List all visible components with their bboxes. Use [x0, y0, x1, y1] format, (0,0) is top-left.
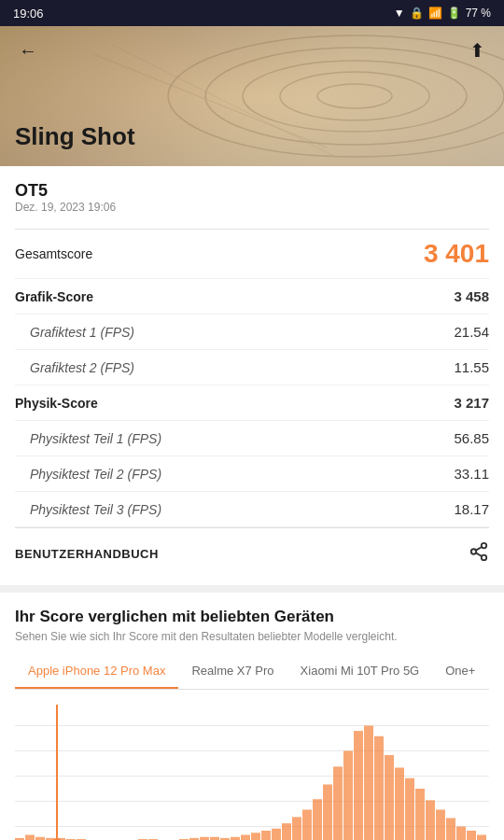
comparison-section: Ihr Score verglichen mit beliebten Gerät…	[0, 593, 504, 840]
grafiktest2-value: 11.55	[454, 359, 489, 375]
grafiktest1-value: 21.54	[454, 324, 489, 340]
physiktest2-value: 33.11	[454, 466, 489, 482]
battery-icon: 🔋	[447, 7, 461, 20]
physiktest1-row: Physiktest Teil 1 (FPS) 56.85	[15, 421, 489, 456]
svg-rect-58	[426, 800, 435, 840]
hero-nav: ← ⬆	[0, 35, 504, 65]
manual-label[interactable]: BENUTZERHANDBUCH	[15, 547, 159, 561]
grafik-score-row: Grafik-Score 3 458	[15, 279, 489, 315]
svg-rect-62	[467, 831, 476, 840]
physik-score-value: 3 217	[454, 395, 489, 411]
result-title: OT5	[15, 181, 489, 201]
tab-realmex7pro[interactable]: Realme X7 Pro	[178, 656, 287, 689]
hero-title: Sling Shot	[0, 122, 504, 166]
svg-rect-60	[446, 819, 455, 841]
svg-rect-56	[405, 778, 414, 840]
svg-rect-51	[354, 731, 363, 840]
physik-score-row: Physik-Score 3 217	[15, 385, 489, 421]
tab-xiaomi10t[interactable]: Xiaomi Mi 10T Pro 5G	[287, 656, 433, 689]
comparison-title: Ihr Score verglichen mit beliebten Gerät…	[15, 608, 489, 626]
main-card: OT5 Dez. 19, 2023 19:06 Gesamtscore 3 40…	[0, 166, 504, 585]
chart-svg: 3 000 4 000 5 000 6 000 7 000	[15, 705, 489, 840]
svg-line-11	[476, 547, 482, 551]
svg-rect-53	[374, 736, 384, 840]
physiktest3-label: Physiktest Teil 3 (FPS)	[30, 502, 161, 517]
physiktest1-value: 56.85	[454, 430, 489, 446]
grafiktest2-label: Grafiktest 2 (FPS)	[30, 360, 134, 375]
svg-rect-54	[385, 755, 394, 840]
svg-rect-46	[302, 810, 312, 841]
svg-rect-49	[333, 766, 343, 840]
result-date: Dez. 19, 2023 19:06	[15, 201, 489, 214]
histogram-chart: 3 000 4 000 5 000 6 000 7 000	[15, 705, 489, 840]
physiktest1-label: Physiktest Teil 1 (FPS)	[30, 431, 161, 446]
physiktest3-row: Physiktest Teil 3 (FPS) 18.17	[15, 492, 489, 527]
svg-rect-50	[343, 751, 353, 841]
svg-rect-42	[261, 831, 271, 840]
physik-score-label: Physik-Score	[15, 396, 98, 411]
hero-section: ← ⬆ Sling Shot	[0, 26, 504, 166]
back-icon: ←	[19, 40, 37, 61]
svg-rect-47	[313, 799, 322, 840]
svg-rect-43	[272, 829, 281, 840]
svg-rect-57	[415, 789, 425, 840]
signal-icon: ▼	[394, 7, 405, 20]
status-time: 19:06	[13, 7, 44, 21]
svg-point-3	[280, 72, 429, 120]
svg-rect-19	[25, 835, 35, 841]
share-icon[interactable]	[469, 541, 489, 567]
tab-iphone12promax[interactable]: Apple iPhone 12 Pro Max	[15, 656, 178, 689]
grafik-score-value: 3 458	[454, 288, 489, 304]
grafiktest2-row: Grafiktest 2 (FPS) 11.55	[15, 350, 489, 385]
physiktest2-row: Physiktest Teil 2 (FPS) 33.11	[15, 456, 489, 492]
battery-level: 77 %	[466, 7, 491, 20]
svg-rect-44	[282, 823, 291, 840]
gesamtscore-value: 3 401	[424, 239, 489, 269]
svg-rect-48	[323, 785, 332, 841]
share-button-hero[interactable]: ⬆	[466, 35, 489, 65]
grafik-score-label: Grafik-Score	[15, 289, 93, 304]
grafiktest1-row: Grafiktest 1 (FPS) 21.54	[15, 315, 489, 350]
svg-rect-55	[395, 768, 404, 841]
svg-rect-63	[477, 835, 486, 841]
back-button[interactable]: ←	[15, 36, 41, 65]
grafiktest1-label: Grafiktest 1 (FPS)	[30, 325, 134, 340]
svg-rect-59	[436, 810, 445, 841]
svg-rect-41	[251, 833, 260, 840]
svg-rect-52	[364, 726, 373, 841]
gesamtscore-row: Gesamtscore 3 401	[15, 230, 489, 279]
physiktest2-label: Physiktest Teil 2 (FPS)	[30, 467, 161, 482]
manual-row: BENUTZERHANDBUCH	[15, 527, 489, 570]
svg-rect-45	[292, 817, 301, 840]
status-bar: 19:06 ▼ 🔒 📶 🔋 77 %	[0, 0, 504, 26]
tab-oneplus[interactable]: One+	[432, 656, 488, 689]
svg-line-10	[476, 553, 482, 556]
share-icon-hero: ⬆	[469, 40, 485, 61]
gesamtscore-label: Gesamtscore	[15, 246, 92, 261]
comparison-subtitle: Sehen Sie wie sich Ihr Score mit den Res…	[15, 630, 489, 643]
svg-point-4	[317, 84, 392, 108]
score-table: Gesamtscore 3 401 Grafik-Score 3 458 Gra…	[15, 229, 489, 527]
status-right: ▼ 🔒 📶 🔋 77 %	[394, 7, 491, 20]
physiktest3-value: 18.17	[454, 501, 489, 517]
device-tabs: Apple iPhone 12 Pro Max Realme X7 Pro Xi…	[15, 656, 489, 690]
sim-icon: 📶	[428, 7, 442, 20]
network-icon: 🔒	[410, 7, 424, 20]
svg-rect-40	[241, 835, 250, 841]
svg-rect-61	[456, 827, 466, 841]
